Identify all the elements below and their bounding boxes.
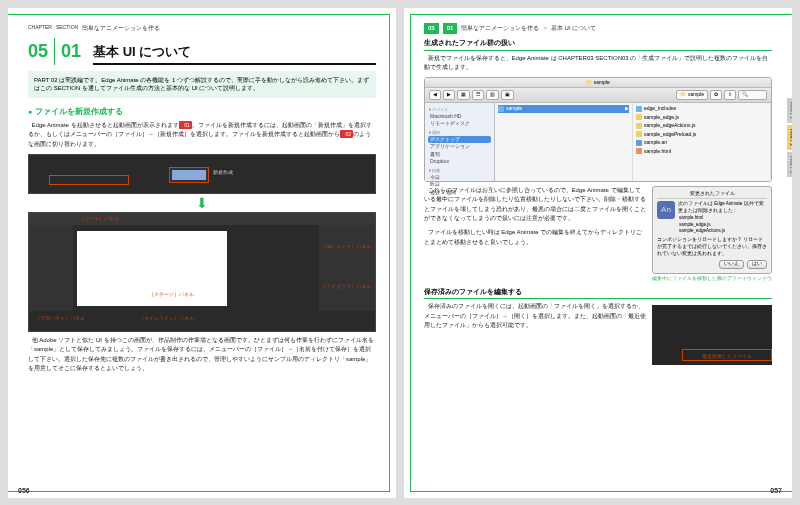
page-number: 056 — [18, 486, 30, 497]
label-library: ［ライブラリ］パネル — [321, 283, 371, 291]
tab-part2[interactable]: PART 2 — [787, 125, 793, 150]
page-number: 057 — [770, 486, 782, 497]
thumb-new — [169, 167, 209, 183]
label-tools: ［ツール］パネル — [79, 215, 119, 223]
highlight-recent: 最近使用したファイル — [682, 349, 772, 361]
page-057: 05 01 簡単なアニメーションを作る > 基本 UI について 生成されたファ… — [404, 8, 792, 498]
screenshot-recent: 最近使用したファイル — [652, 305, 772, 365]
side-tabs: PART 1 PART 2 PART 3 — [787, 98, 793, 177]
page-056: CHAPTER SECTION 簡単なアニメーションを作る 05 01 基本 U… — [8, 8, 396, 498]
label-stage: ［ステージ］パネル — [149, 291, 194, 299]
label-property: ［プロパティ］パネル — [35, 315, 85, 323]
label-elements: ［エレメント］パネル — [321, 243, 371, 251]
screenshot-launch: 新規作成 — [28, 154, 376, 194]
screenshot-workspace: ［ツール］パネル ［エレメント］パネル ［ステージ］パネル ［ライブラリ］パネル… — [28, 212, 376, 332]
workspace-properties-panel — [29, 225, 73, 311]
workspace-side-right — [319, 225, 375, 311]
label-timeline: ［タイムライン］パネル — [139, 315, 194, 323]
highlight-new — [49, 175, 129, 185]
tab-part3[interactable]: PART 3 — [787, 152, 793, 177]
tab-part1[interactable]: PART 1 — [787, 98, 793, 123]
thumb-label: 新規作成 — [213, 169, 233, 177]
page-border — [410, 14, 792, 492]
